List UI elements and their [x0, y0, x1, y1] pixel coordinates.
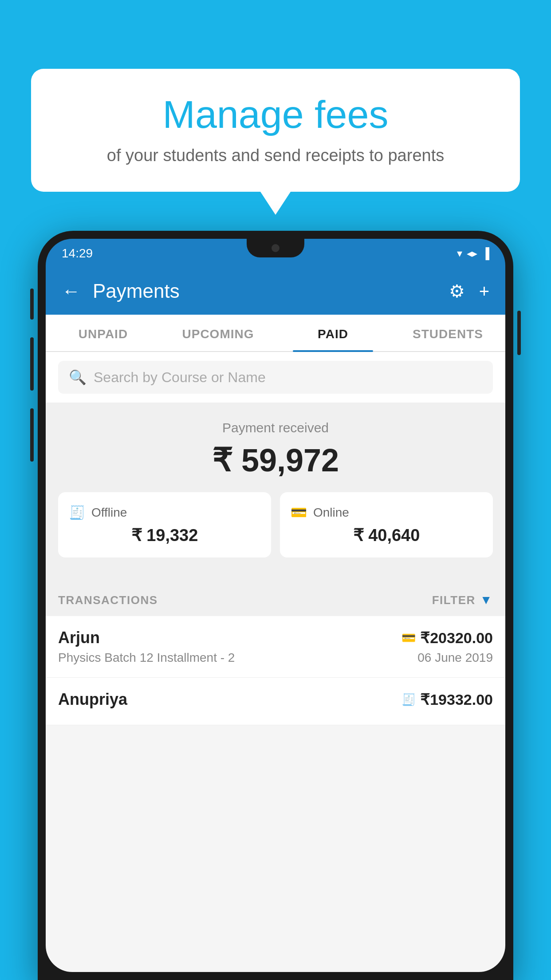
transaction-row[interactable]: Anupriya 🧾 ₹19332.00 [46, 678, 505, 725]
status-bar: 14:29 ▾ ◂▸ ▐ [46, 239, 505, 268]
transaction-method-icon: 🧾 [401, 693, 416, 707]
search-icon: 🔍 [69, 369, 87, 386]
search-container: 🔍 Search by Course or Name [46, 352, 505, 403]
tab-paid[interactable]: PAID [276, 315, 390, 351]
transaction-amount-wrap: 🧾 ₹19332.00 [401, 691, 493, 708]
phone-side-button-right [517, 311, 521, 355]
online-payment-card: 💳 Online ₹ 40,640 [280, 492, 493, 557]
tab-unpaid[interactable]: UNPAID [46, 315, 161, 351]
transaction-row[interactable]: Arjun 💳 ₹20320.00 Physics Batch 12 Insta… [46, 616, 505, 678]
offline-icon: 🧾 [69, 505, 85, 520]
status-time: 14:29 [62, 246, 93, 261]
phone-frame: 14:29 ▾ ◂▸ ▐ ← Payments ⚙ + UNPAID UPCOM… [38, 231, 513, 980]
wifi-icon: ▾ [457, 247, 462, 260]
online-label: Online [313, 506, 349, 520]
tabs-bar: UNPAID UPCOMING PAID STUDENTS [46, 315, 505, 352]
transaction-amount-wrap: 💳 ₹20320.00 [401, 629, 493, 647]
phone-notch [247, 239, 304, 257]
add-icon[interactable]: + [479, 281, 489, 301]
header-icons: ⚙ + [449, 281, 489, 301]
transactions-label: TRANSACTIONS [58, 593, 158, 607]
tab-students[interactable]: STUDENTS [390, 315, 505, 351]
offline-label: Offline [91, 506, 127, 520]
status-icons: ▾ ◂▸ ▐ [457, 247, 489, 260]
online-icon: 💳 [291, 505, 307, 520]
phone-side-button-left1 [30, 288, 34, 320]
filter-button[interactable]: FILTER ▼ [432, 593, 493, 607]
bubble-subtitle: of your students and send receipts to pa… [58, 146, 493, 165]
phone-side-button-left3 [30, 408, 34, 462]
transaction-amount: ₹19332.00 [420, 691, 493, 708]
transaction-top: Anupriya 🧾 ₹19332.00 [58, 690, 493, 709]
search-box[interactable]: 🔍 Search by Course or Name [58, 361, 493, 394]
phone-side-button-left2 [30, 337, 34, 391]
bubble-title: Manage fees [58, 93, 493, 136]
transaction-amount: ₹20320.00 [420, 629, 493, 647]
filter-icon: ▼ [480, 593, 493, 607]
payment-summary: Payment received ₹ 59,972 🧾 Offline ₹ 19… [46, 403, 505, 584]
offline-card-header: 🧾 Offline [69, 505, 260, 520]
transaction-method-icon: 💳 [401, 631, 416, 645]
offline-payment-card: 🧾 Offline ₹ 19,332 [58, 492, 271, 557]
offline-amount: ₹ 19,332 [69, 526, 260, 545]
filter-label: FILTER [432, 593, 476, 607]
transactions-header: TRANSACTIONS FILTER ▼ [46, 584, 505, 616]
transaction-name: Arjun [58, 628, 100, 647]
transaction-top: Arjun 💳 ₹20320.00 [58, 628, 493, 647]
transaction-date: 06 June 2019 [417, 651, 493, 665]
settings-icon[interactable]: ⚙ [449, 281, 465, 301]
battery-icon: ▐ [482, 247, 489, 260]
back-button[interactable]: ← [62, 281, 80, 302]
transaction-course: Physics Batch 12 Installment - 2 [58, 651, 235, 665]
online-amount: ₹ 40,640 [291, 526, 482, 545]
camera [272, 244, 279, 252]
page-title: Payments [93, 280, 437, 302]
tab-upcoming[interactable]: UPCOMING [161, 315, 276, 351]
payment-cards: 🧾 Offline ₹ 19,332 💳 Online ₹ 40,640 [58, 492, 493, 570]
app-header: ← Payments ⚙ + [46, 268, 505, 315]
online-card-header: 💳 Online [291, 505, 482, 520]
speech-bubble: Manage fees of your students and send re… [31, 69, 520, 192]
signal-icon: ◂▸ [467, 247, 477, 260]
total-payment-amount: ₹ 59,972 [58, 442, 493, 479]
transaction-name: Anupriya [58, 690, 127, 709]
payment-received-label: Payment received [58, 420, 493, 435]
phone-screen: ← Payments ⚙ + UNPAID UPCOMING PAID STUD… [46, 268, 505, 972]
search-input[interactable]: Search by Course or Name [94, 369, 266, 386]
transaction-bottom: Physics Batch 12 Installment - 2 06 June… [58, 651, 493, 665]
